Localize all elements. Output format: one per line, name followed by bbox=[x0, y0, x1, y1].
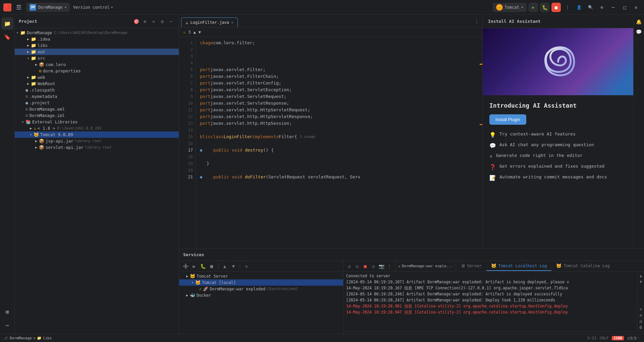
more-options-button[interactable]: ⋮ bbox=[563, 3, 572, 12]
project-panel: Project 🎯 ⊕ ✕ ⚙ ─ ▾ 📁 DormManage C:\User… bbox=[15, 15, 179, 334]
log-filter-button[interactable]: ≡ bbox=[638, 306, 644, 312]
localhost-tab-icon: 🐱 bbox=[491, 263, 496, 268]
code-line-17: ● public void destroy() { bbox=[200, 147, 474, 154]
line-num-21: 21 bbox=[179, 174, 196, 180]
project-gear-button[interactable]: ⚙ bbox=[159, 18, 166, 25]
rsb-chat-icon[interactable]: 💬 bbox=[635, 27, 643, 36]
tree-item-web[interactable]: ▶ 📁 web bbox=[15, 74, 179, 80]
svc-tomcat-server-label: Tomcat Server bbox=[197, 274, 228, 279]
log-scrollbar[interactable] bbox=[343, 331, 644, 334]
log-more-button[interactable]: ⋮ bbox=[386, 263, 393, 270]
status-bar-left: ⎇ DormManage > 📁 libs bbox=[3, 336, 52, 340]
ai-feature-4-text: Get errors explained and fixes suggested bbox=[499, 164, 604, 169]
maximize-button[interactable]: □ bbox=[620, 3, 629, 12]
tree-item-jsp-api[interactable]: ▶ 📦 jsp-api.jar library root bbox=[15, 138, 179, 144]
search-button[interactable]: 🔍 bbox=[586, 3, 595, 12]
svc-debug-all-button[interactable]: 🐛 bbox=[199, 263, 207, 270]
run-button[interactable]: ▶ bbox=[529, 3, 538, 12]
tree-item-project-file[interactable]: ◉ .project bbox=[15, 100, 179, 106]
tree-item-dorm-properties[interactable]: ⚙ dorm.properties bbox=[15, 68, 179, 74]
sidebar-icon-bookmarks[interactable]: 🔖 bbox=[1, 31, 13, 43]
svc-item-dormmanage-war[interactable]: ✔ 🚀 DormManage:war exploded [Synchronize… bbox=[179, 286, 343, 292]
log-restart-button[interactable]: ↺ bbox=[370, 263, 377, 270]
tree-item-webroot[interactable]: ▶ 📁 WebRoot bbox=[15, 80, 179, 87]
tree-item-com-lero[interactable]: ▶ 📦 com.lero bbox=[15, 61, 179, 68]
log-trash-button[interactable]: 🗑 bbox=[638, 325, 644, 330]
code-line-11: port javax.servlet.http.HttpServletReque… bbox=[200, 107, 474, 113]
tree-item-servlet-api[interactable]: ▶ 📦 servlet-api.jar library root bbox=[15, 144, 179, 151]
tree-item-tomcat-lib[interactable]: ▾ 🐱 Tomcat 9.0.89 bbox=[15, 131, 179, 138]
log-streaming-entry: ✔ DormManage:war explo... bbox=[395, 261, 456, 271]
log-entry-deployed-success: [2024-05-14 06:19:20,246] Artifact DormM… bbox=[346, 291, 635, 297]
tree-item-root[interactable]: ▾ 📁 DormManage C:\Users\86150\Desktop\Do… bbox=[15, 30, 179, 36]
warning-nav-up[interactable]: ▲ bbox=[193, 30, 196, 35]
project-selector[interactable]: DM DormManage ▾ bbox=[26, 3, 70, 12]
debug-button[interactable]: 🐛 bbox=[540, 3, 549, 12]
sidebar-icon-more[interactable]: ⋯ bbox=[1, 319, 13, 331]
tab-close-button[interactable]: ✕ bbox=[231, 20, 233, 25]
log-stop-button[interactable]: ■ bbox=[362, 263, 369, 270]
status-bar-right: 5:21 CRLF CSDN @鬼鬼丶 bbox=[587, 336, 641, 341]
tree-item-iml[interactable]: ≡ DormManage.iml bbox=[15, 112, 179, 119]
log-entry-artifact-deploying: [2024-05-14 06:19:19,107] Artifact DormM… bbox=[346, 279, 635, 285]
svc-down-button[interactable]: ▼ bbox=[230, 263, 237, 270]
tomcat-run-config[interactable]: 🐱 Tomcat ▾ bbox=[493, 3, 527, 12]
line-num-17: 17 bbox=[179, 147, 196, 154]
svc-item-tomcat-server[interactable]: ▶ 🐱 Tomcat Server bbox=[179, 273, 343, 279]
svc-add-button[interactable]: ➕ bbox=[182, 263, 189, 270]
svc-item-tomcat-local[interactable]: ▾ 🐱 Tomcat [local] bbox=[179, 279, 343, 286]
tree-item-jdk[interactable]: ▶ ☕ < 1.8 > D:\Java\jdk1.8.0_291 bbox=[15, 125, 179, 131]
code-line-1: ckage com.lero.filter; bbox=[200, 40, 474, 46]
log-left-controls: ↺ ↻ ■ ↺ 📷 ⋮ bbox=[343, 261, 395, 271]
log-camera-button[interactable]: 📷 bbox=[378, 263, 385, 270]
profile-button[interactable]: 👤 bbox=[574, 3, 584, 12]
log-scroll-top-button[interactable]: ▲ bbox=[638, 273, 644, 278]
svc-run-all-button[interactable]: ▶ bbox=[191, 263, 198, 270]
editor-tab-loginfilter[interactable]: ☕ LoginFilter.java ✕ bbox=[181, 17, 238, 27]
tree-item-classpath[interactable]: ◉ .classpath bbox=[15, 87, 179, 93]
catalina-tab-icon: 🐱 bbox=[556, 263, 561, 268]
install-plugin-button[interactable]: Install Plugin bbox=[489, 114, 526, 125]
line-num-19: 19 bbox=[179, 160, 196, 167]
close-button[interactable]: ✕ bbox=[631, 3, 641, 12]
tree-item-idea[interactable]: ▶ 📁 .idea bbox=[15, 36, 179, 42]
editor-recent-files-button[interactable]: ⋮ bbox=[473, 18, 480, 25]
sidebar-icon-plugins[interactable]: ⊞ bbox=[1, 306, 13, 318]
project-collapse-button[interactable]: ✕ bbox=[150, 18, 157, 25]
project-locate-button[interactable]: 🎯 bbox=[132, 18, 140, 25]
tree-item-eml[interactable]: ≡ DormManage.eml bbox=[15, 106, 179, 112]
tree-item-external-libs[interactable]: ▾ 📚 External Libraries bbox=[15, 119, 179, 125]
log-align-button[interactable]: ⊞ bbox=[638, 312, 644, 318]
project-minimize-button[interactable]: ─ bbox=[167, 18, 175, 25]
log-refresh-all-button[interactable]: ↻ bbox=[354, 263, 361, 270]
minimize-button[interactable]: ─ bbox=[608, 3, 618, 12]
code-line-6: port javax.servlet.FilterChain; bbox=[200, 73, 474, 80]
tree-item-mymetadata[interactable]: ≡ .mymetadata bbox=[15, 93, 179, 100]
tree-item-out[interactable]: ▶ 📁 out bbox=[15, 49, 179, 55]
hamburger-menu-button[interactable]: ☰ bbox=[15, 2, 23, 12]
version-control-selector[interactable]: Version control ▾ bbox=[73, 5, 113, 10]
settings-button[interactable]: ⚙ bbox=[597, 3, 606, 12]
log-tab-localhost[interactable]: 🐱 Tomcat Localhost Log bbox=[486, 261, 552, 271]
log-tab-server[interactable]: 🖥 Server bbox=[456, 261, 486, 271]
tree-item-libs[interactable]: ▶ 📁 libs bbox=[15, 42, 179, 49]
svc-close-button[interactable]: ✕ bbox=[243, 263, 250, 270]
stop-button[interactable]: ■ bbox=[551, 3, 561, 12]
log-tab-catalina[interactable]: 🐱 Tomcat Catalina Log bbox=[551, 261, 614, 271]
rsb-notifications-icon[interactable]: 🔔 bbox=[635, 17, 643, 26]
code-line-19: } bbox=[200, 160, 474, 167]
sidebar-icon-project[interactable]: 📁 bbox=[1, 17, 13, 30]
log-print-button[interactable]: 🖨 bbox=[638, 319, 644, 324]
log-scroll-bottom-button[interactable]: ▼ bbox=[638, 279, 644, 284]
status-encoding: CRLF bbox=[600, 336, 609, 340]
warning-nav-down[interactable]: ▼ bbox=[199, 30, 201, 35]
log-refresh-button[interactable]: ↺ bbox=[345, 263, 353, 270]
code-content-area[interactable]: ckage com.lero.filter; port javax.servle… bbox=[196, 37, 478, 248]
code-line-14 bbox=[200, 127, 474, 133]
svc-stop-button[interactable]: ■ bbox=[208, 263, 215, 270]
svc-up-button[interactable]: ▲ bbox=[221, 263, 228, 270]
tree-item-src[interactable]: ▾ 📁 src bbox=[15, 55, 179, 61]
gutter-mark-warning bbox=[480, 64, 482, 65]
project-expand-button[interactable]: ⊕ bbox=[141, 18, 149, 25]
svc-item-docker[interactable]: ▶ 🐳 Docker bbox=[179, 292, 343, 298]
